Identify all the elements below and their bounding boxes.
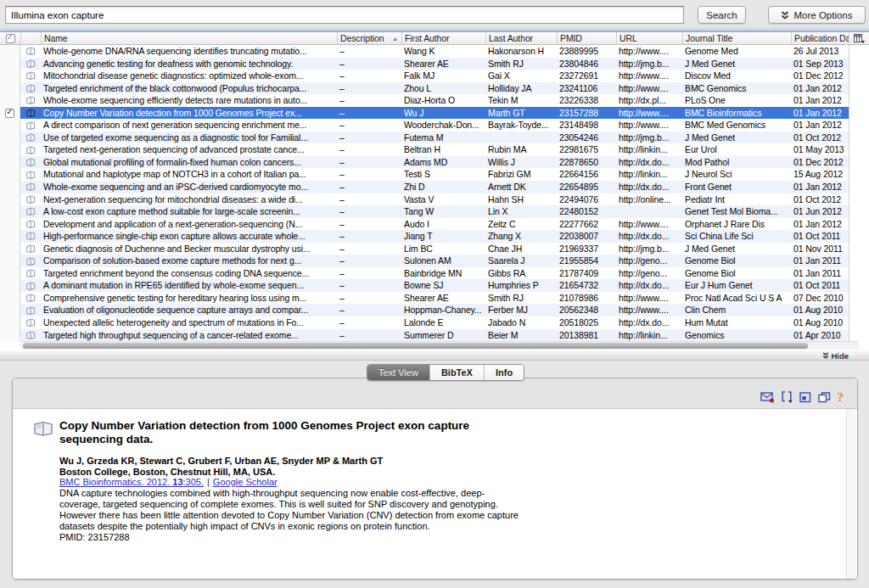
vertical-scrollbar[interactable] xyxy=(846,409,855,580)
cell-name: Targeted enrichment of the black cottonw… xyxy=(41,82,337,95)
view-tabs: Text View BibTeX Info xyxy=(367,364,524,381)
cell-description: – xyxy=(337,82,401,95)
table-row[interactable]: Global mutational profiling of formalin-… xyxy=(0,156,869,169)
cell-pmid: 22878650 xyxy=(557,156,616,169)
hide-toggle[interactable]: Hide xyxy=(822,350,849,361)
table-row[interactable]: Next-generation sequencing for mitochond… xyxy=(0,193,869,206)
table-row[interactable]: High-performance single-chip exon captur… xyxy=(0,230,869,243)
cell-pmid: 23148498 xyxy=(557,119,616,132)
cell-url: http://dx.do... xyxy=(616,230,682,243)
select-all-header[interactable] xyxy=(0,32,20,44)
table-row[interactable]: Mutational and haplotype map of NOTCH3 i… xyxy=(0,168,869,181)
table-row[interactable]: Evaluation of oligonucleotide sequence c… xyxy=(0,304,869,316)
cell-pmid: 22664156 xyxy=(557,168,616,181)
tab-info[interactable]: Info xyxy=(484,365,524,380)
table-row[interactable]: Targeted next-generation sequencing of a… xyxy=(0,143,869,156)
cell-pmid: 23054246 xyxy=(557,132,616,144)
cell-pmid: 23241106 xyxy=(557,82,616,95)
table-body: Whole-genome DNA/RNA sequencing identifi… xyxy=(0,45,869,341)
table-row[interactable]: Whole-exome sequencing efficiently detec… xyxy=(0,94,869,107)
table-row[interactable]: Unexpected allelic heterogeneity and spe… xyxy=(0,316,869,329)
detail-toolbar: ? xyxy=(13,378,857,409)
row-right-strip xyxy=(849,82,869,95)
copy-icon[interactable] xyxy=(818,392,831,403)
help-icon[interactable]: ? xyxy=(838,390,844,405)
column-header-last-author[interactable]: Last Author xyxy=(485,32,557,44)
tab-text-view[interactable]: Text View xyxy=(367,365,429,380)
cell-journal: J Med Genet xyxy=(682,132,791,144)
cell-pub-date: 01 Jan 2012 xyxy=(791,218,849,231)
column-header-pmid[interactable]: PMID xyxy=(557,32,616,44)
table-row[interactable]: Comparison of solution-based exome captu… xyxy=(0,255,869,267)
cell-name: High-performance single-chip exon captur… xyxy=(41,230,337,243)
cell-pub-date: 01 Jan 2011 xyxy=(791,267,849,280)
column-header-name[interactable]: Name xyxy=(41,32,337,44)
table-row[interactable]: A direct comparison of next generation s… xyxy=(0,119,869,132)
row-right-strip xyxy=(849,156,869,169)
cell-pmid: 20562348 xyxy=(557,304,616,316)
table-row[interactable]: A dominant mutation in RPE65 identified … xyxy=(0,279,869,292)
detail-pane: Text View BibTeX Info xyxy=(0,361,869,588)
search-input[interactable] xyxy=(5,6,684,24)
open-book-icon xyxy=(33,421,53,436)
citation-pre: BMC Bioinformatics. 2012. xyxy=(59,477,172,487)
email-icon[interactable] xyxy=(760,392,775,403)
row-right-strip xyxy=(849,45,869,58)
splitter-bar[interactable]: Hide xyxy=(0,350,869,361)
cell-url: http://jmg.b... xyxy=(616,132,682,144)
table-row[interactable]: Advancing genetic testing for deafness w… xyxy=(0,58,869,70)
google-scholar-link[interactable]: Google Scholar xyxy=(213,477,278,487)
table-row[interactable]: Copy Number Variation detection from 100… xyxy=(0,107,869,120)
journal-citation-link[interactable]: BMC Bioinformatics. 2012. 13:305. xyxy=(59,477,204,487)
table-row[interactable]: Targeted enrichment of the black cottonw… xyxy=(0,82,869,95)
row-checkbox[interactable] xyxy=(5,109,14,118)
cell-pmid: 23889995 xyxy=(557,45,616,58)
reference-icon xyxy=(25,331,36,339)
table-row[interactable]: Use of targeted exome sequencing as a di… xyxy=(0,132,869,144)
description-header-label: Description xyxy=(340,33,384,43)
column-header-url[interactable]: URL xyxy=(616,32,682,44)
search-button[interactable]: Search xyxy=(698,6,746,24)
cite-icon[interactable] xyxy=(782,391,793,404)
table-row[interactable]: Targeted enrichment beyond the consensus… xyxy=(0,267,869,280)
cell-journal: Genomics xyxy=(682,329,791,342)
row-right-strip xyxy=(849,243,869,255)
icon-column-header[interactable] xyxy=(20,32,41,44)
select-all-checkbox[interactable] xyxy=(6,34,15,43)
row-right-strip xyxy=(849,94,869,107)
cell-pub-date: 01 Sep 2013 xyxy=(791,58,849,70)
column-options-button[interactable] xyxy=(849,32,869,44)
column-header-journal[interactable]: Journal Title xyxy=(682,32,791,44)
more-options-button[interactable]: More Options xyxy=(768,6,866,24)
cell-name: Whole-genome DNA/RNA sequencing identifi… xyxy=(41,45,337,58)
cell-name: Next-generation sequencing for mitochond… xyxy=(41,193,337,206)
table-row[interactable]: Targeted high throughput sequencing of a… xyxy=(0,329,869,342)
tab-bibtex[interactable]: BibTeX xyxy=(429,365,484,380)
column-header-pub-date[interactable]: Publication Date xyxy=(791,32,849,44)
double-chevron-down-icon xyxy=(781,11,789,20)
table-row[interactable]: Development and application of a next-ge… xyxy=(0,218,869,231)
column-header-first-author[interactable]: First Author xyxy=(401,32,485,44)
table-row[interactable]: Genetic diagnosis of Duchenne and Becker… xyxy=(0,243,869,255)
table-row[interactable]: Whole-exome sequencing and an iPSC-deriv… xyxy=(0,181,869,193)
cell-url: http://www.... xyxy=(616,45,682,58)
cell-url: http://dx.pl... xyxy=(616,94,682,107)
cell-journal: Eur Urol xyxy=(682,143,791,156)
table-row[interactable]: Whole-genome DNA/RNA sequencing identifi… xyxy=(0,45,869,58)
open-in-browser-icon[interactable] xyxy=(799,392,811,403)
cell-journal: Clin Chem xyxy=(682,304,791,316)
table-row[interactable]: Comprehensive genetic testing for heredi… xyxy=(0,292,869,305)
cell-pub-date: 01 Jan 2012 xyxy=(791,119,849,132)
cell-first-author: Adams MD xyxy=(401,156,485,169)
table-row[interactable]: A low-cost exon capture method suitable … xyxy=(0,205,869,218)
cell-first-author: Audo I xyxy=(401,218,485,231)
cell-last-author: Chae JH xyxy=(485,243,557,255)
cell-journal: Hum Mutat xyxy=(682,316,791,329)
horizontal-scrollbar[interactable] xyxy=(20,341,859,350)
table-row[interactable]: Mitochondrial disease genetic diagnostic… xyxy=(0,70,869,82)
column-header-description[interactable]: Description ▲ xyxy=(337,32,401,44)
horizontal-scrollbar-thumb[interactable] xyxy=(23,343,808,349)
row-right-strip xyxy=(849,205,869,218)
cell-last-author: Marth GT xyxy=(485,107,557,120)
cell-name: Development and application of a next-ge… xyxy=(41,218,337,231)
